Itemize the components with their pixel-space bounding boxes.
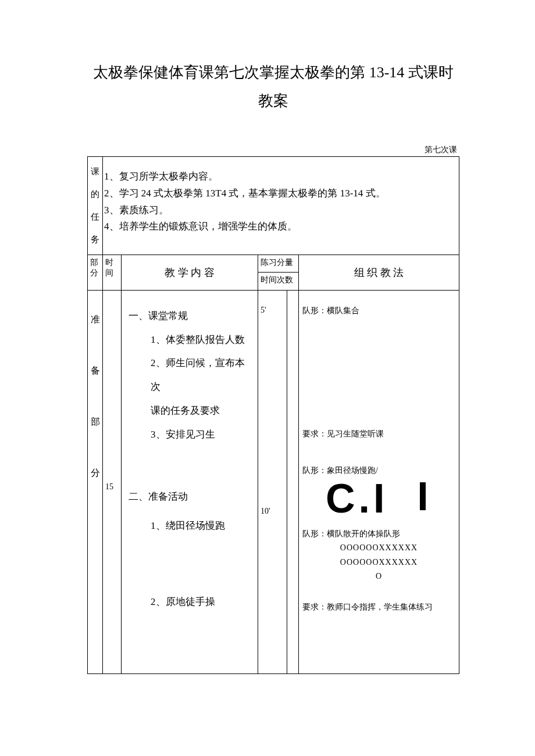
time-marks: 5' 10': [258, 290, 287, 673]
time-mark: 10': [261, 507, 284, 516]
formation-pattern: OOOOOOXXXXXX: [302, 556, 455, 569]
content-line: 一、课堂常规: [129, 304, 253, 328]
header-org: 组 织 教 法: [299, 255, 459, 290]
task-line: 2、学习 24 式太极拳第 13T4 式，基本掌握太极拳的第 13-14 式。: [104, 185, 455, 202]
lesson-table: 课的任务 1、复习所学太极拳内容。 2、学习 24 式太极拳第 13T4 式，基…: [87, 156, 459, 674]
content-body: 一、课堂常规 1、体委整队报告人数 2、师生问候，宣布本次 课的任务及要求 3、…: [122, 290, 258, 673]
header-time: 时间: [103, 255, 122, 290]
table-row: 部分 时间 教 学 内 容 陈习分量 组 织 教 法: [88, 255, 459, 273]
formation-pattern: OOOOOOXXXXXX: [302, 542, 455, 554]
org-line: 队形：横队集合: [302, 304, 455, 317]
time-value: 15: [103, 290, 122, 673]
task-line: 4、培养学生的锻炼意识，增强学生的体质。: [104, 218, 455, 235]
org-line: 队形：象田径场慢跑/: [302, 464, 455, 477]
content-line: 3、安排见习生: [129, 423, 253, 447]
tasks-label: 课的任务: [88, 156, 103, 255]
header-content: 教 学 内 容: [122, 255, 258, 290]
org-line: 要求：见习生随堂听课: [302, 428, 455, 440]
page-title: 太极拳保健体育课第七次掌握太极拳的第 13-14 式课时教案: [87, 58, 459, 116]
content-line: 二、准备活动: [129, 485, 253, 509]
header-time-count: 时间次数: [258, 273, 299, 291]
org-body: 队形：横队集合 要求：见习生随堂听课 队形：象田径场慢跑/ C.I 队形：横队散…: [299, 290, 459, 673]
formation-pattern: O: [302, 570, 455, 583]
org-line: 队形：横队散开的体操队形: [302, 528, 455, 540]
header-part: 部分: [88, 255, 103, 290]
tasks-cell: 1、复习所学太极拳内容。 2、学习 24 式太极拳第 13T4 式，基本掌握太极…: [103, 156, 459, 255]
task-line: 3、素质练习。: [104, 202, 455, 219]
time-mark: 5': [261, 306, 284, 315]
count-col: [287, 290, 299, 673]
part-label: 准备部分: [88, 290, 103, 673]
session-label: 第七次课: [87, 145, 459, 155]
content-line: 2、原地徒手操: [129, 590, 253, 614]
table-row: 课的任务 1、复习所学太极拳内容。 2、学习 24 式太极拳第 13T4 式，基…: [88, 156, 459, 255]
content-line: 2、师生问候，宣布本次: [129, 352, 253, 399]
table-row: 准备部分 15 一、课堂常规 1、体委整队报告人数 2、师生问候，宣布本次 课的…: [88, 290, 459, 673]
org-line: 要求：教师口令指挥，学生集体练习: [302, 601, 455, 614]
content-line: 1、绕田径场慢跑: [129, 514, 253, 538]
track-icon: C.I: [302, 478, 455, 519]
header-volume: 陈习分量: [258, 255, 299, 273]
content-line: 1、体委整队报告人数: [129, 328, 253, 352]
content-line: 课的任务及要求: [129, 399, 253, 423]
task-line: 1、复习所学太极拳内容。: [104, 169, 455, 185]
